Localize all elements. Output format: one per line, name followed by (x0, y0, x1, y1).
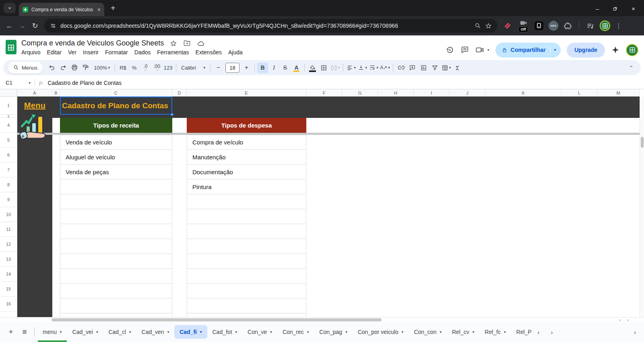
selected-cell-c1[interactable]: Cadastro de Plano de Contas (60, 97, 172, 115)
despesa-cell[interactable]: Compra de veículo (187, 135, 306, 150)
share-button[interactable]: Compartilhar ▾ (495, 43, 561, 58)
format-currency-button[interactable]: R$ (118, 62, 128, 73)
sheet-tab-cad_ven[interactable]: Cad_ven▾ (136, 325, 175, 339)
menu-item-dados[interactable]: Dados (131, 48, 154, 57)
name-box-caret-icon[interactable]: ▾ (29, 81, 31, 85)
row-header-10[interactable]: 10 (0, 207, 17, 222)
decrease-decimals-button[interactable]: .0← (140, 62, 151, 73)
receita-cell[interactable] (60, 284, 172, 299)
comment-history-icon[interactable] (460, 45, 469, 54)
sheet-tab-menu[interactable]: menu▾ (37, 325, 67, 339)
sheet-tab-con_por-veiculo[interactable]: Con_por veiculo▾ (353, 325, 409, 339)
row-header-15[interactable]: 15 (0, 282, 17, 297)
menu-item-arquivo[interactable]: Arquivo (18, 48, 43, 57)
receita-cell[interactable]: Venda de peças (60, 165, 172, 179)
receita-cell[interactable]: Aluguel de veículo (60, 150, 172, 165)
strikethrough-button[interactable]: S (280, 62, 291, 73)
minimize-button[interactable]: – (596, 5, 599, 12)
despesa-cell[interactable] (187, 284, 306, 299)
row-header-5[interactable]: 5 (0, 133, 17, 148)
receita-table-header[interactable]: Tipos de receita (60, 118, 172, 133)
column-header-D[interactable]: D (172, 89, 187, 96)
insert-chart-button[interactable] (418, 62, 429, 73)
despesa-cell[interactable]: Pintura (187, 179, 306, 194)
column-header-K[interactable]: K (485, 89, 561, 96)
cloud-status-icon[interactable] (197, 39, 205, 47)
row-header-13[interactable]: 13 (0, 252, 17, 267)
italic-button[interactable]: I (268, 62, 279, 73)
column-header-M[interactable]: M (597, 89, 640, 96)
extension-red-icon[interactable] (503, 21, 512, 30)
increase-font-size-button[interactable]: + (241, 62, 252, 73)
receita-cell[interactable]: Venda de veículo (60, 135, 172, 150)
undo-button[interactable] (46, 62, 57, 73)
receita-cell[interactable] (60, 299, 172, 313)
reload-button[interactable]: ↻ (29, 20, 41, 32)
insert-comment-button[interactable] (407, 62, 418, 73)
restore-button[interactable] (613, 6, 618, 11)
extension-web-icon[interactable]: WEB (549, 21, 558, 31)
menu-item-ajuda[interactable]: Ajuda (225, 48, 246, 57)
receita-cell[interactable] (60, 239, 172, 254)
sheet-tab-caret-icon[interactable]: ▾ (307, 330, 309, 334)
column-header-A[interactable]: A (17, 89, 52, 96)
side-panel-collapse-icon[interactable]: ‹ (634, 329, 636, 336)
sheet-tab-caret-icon[interactable]: ▾ (129, 330, 131, 334)
sheets-logo-icon[interactable] (6, 40, 17, 54)
font-select[interactable]: Calibri▾ (179, 62, 208, 73)
vertical-scrollbar-thumb[interactable] (641, 137, 644, 148)
sheet-tab-caret-icon[interactable]: ▾ (345, 330, 347, 334)
search-icon[interactable] (475, 23, 481, 29)
row-2-dark-band[interactable] (17, 115, 640, 118)
receita-cell[interactable] (60, 254, 172, 269)
menu-item-inserir[interactable]: Inserir (80, 48, 102, 57)
video-call-caret-icon[interactable]: ▾ (487, 48, 489, 52)
close-tab-icon[interactable]: × (97, 7, 101, 12)
account-avatar[interactable] (626, 44, 638, 56)
receita-cell[interactable] (60, 313, 172, 317)
column-header-I[interactable]: I (414, 89, 450, 96)
document-title[interactable]: Compra e venda de Veiculos Google Sheets (21, 39, 164, 47)
column-header-H[interactable]: H (378, 89, 414, 96)
receita-cell[interactable] (60, 269, 172, 284)
sheet-tab-con_rec[interactable]: Con_rec▾ (277, 325, 314, 339)
format-percent-button[interactable]: % (129, 62, 140, 73)
despesa-cell[interactable] (187, 299, 306, 313)
menu-item-extensões[interactable]: Extensões (192, 48, 225, 57)
sheet-tab-caret-icon[interactable]: ▾ (60, 330, 62, 334)
horizontal-align-button[interactable]: ▾ (346, 62, 357, 73)
add-sheet-button[interactable]: + (4, 325, 18, 339)
move-folder-icon[interactable] (183, 39, 191, 47)
table-views-button[interactable]: ▾ (441, 62, 452, 73)
vertical-scrollbar[interactable] (640, 97, 644, 317)
extensions-puzzle-icon[interactable] (564, 22, 572, 30)
row-header-12[interactable]: 12 (0, 237, 17, 252)
extension-black-icon[interactable] (535, 21, 543, 30)
merge-cells-button[interactable]: ▾ (330, 62, 341, 73)
collapse-toolbar-icon[interactable]: ⌃ (629, 65, 634, 71)
sheet-tab-cad_fi[interactable]: Cad_fi▾ (174, 325, 207, 339)
text-rotation-button[interactable]: A↗ ▾ (380, 62, 390, 73)
text-color-button[interactable]: A (291, 62, 302, 73)
sheet-tab-caret-icon[interactable]: ▾ (270, 330, 272, 334)
horizontal-scrollbar-thumb[interactable] (52, 318, 382, 321)
receita-cell[interactable] (60, 179, 172, 194)
font-size-input[interactable]: 18 (225, 63, 239, 73)
despesa-cell[interactable] (187, 224, 306, 239)
fill-color-button[interactable] (307, 62, 318, 73)
despesa-cell[interactable]: Documentação (187, 165, 306, 179)
site-info-icon[interactable] (50, 23, 56, 29)
sheet-tab-caret-icon[interactable]: ▾ (504, 330, 506, 334)
row-header-7[interactable]: 7 (0, 163, 17, 177)
row-header-6[interactable]: 6 (0, 148, 17, 163)
sheet-tab-caret-icon[interactable]: ▾ (167, 330, 169, 334)
version-history-icon[interactable] (445, 45, 454, 55)
gemini-sparkle-icon[interactable] (611, 45, 620, 54)
print-button[interactable] (69, 62, 80, 73)
row-header-4[interactable]: 4 (0, 118, 17, 133)
sheet-tab-caret-icon[interactable]: ▾ (473, 330, 475, 334)
sheet-tab-con_ve[interactable]: Con_ve▾ (242, 325, 277, 339)
menu-item-formatar[interactable]: Formatar (102, 48, 131, 57)
decrease-font-size-button[interactable]: − (213, 62, 224, 73)
sheet-tab-cad_vei[interactable]: Cad_vei▾ (67, 325, 103, 339)
